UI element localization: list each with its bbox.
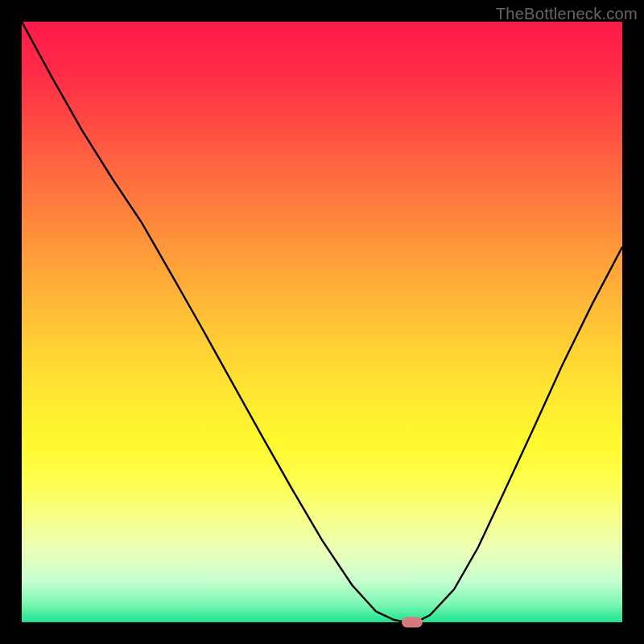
optimal-point-marker (402, 617, 423, 628)
bottleneck-curve (22, 22, 622, 622)
watermark-text: TheBottleneck.com (496, 5, 638, 23)
plot-area (22, 22, 622, 622)
